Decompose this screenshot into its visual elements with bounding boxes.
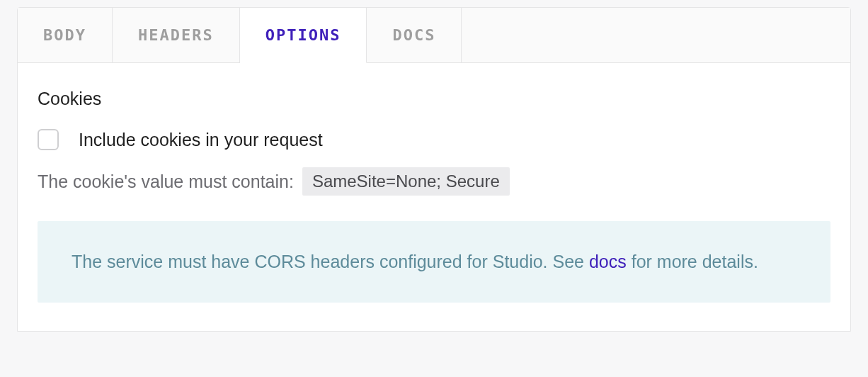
cookie-value-hint: The cookie's value must contain: SameSit…: [38, 167, 830, 196]
cookie-hint-code: SameSite=None; Secure: [302, 167, 510, 196]
tab-body[interactable]: BODY: [18, 8, 113, 62]
include-cookies-row: Include cookies in your request: [38, 129, 830, 150]
cors-info-text-before: The service must have CORS headers confi…: [72, 252, 589, 271]
tab-bar: BODY HEADERS OPTIONS DOCS: [18, 8, 850, 63]
tab-options[interactable]: OPTIONS: [240, 8, 367, 63]
cors-info-text-after: for more details.: [627, 252, 758, 271]
tab-docs[interactable]: DOCS: [367, 8, 462, 62]
include-cookies-label: Include cookies in your request: [79, 130, 323, 150]
options-panel: BODY HEADERS OPTIONS DOCS Cookies Includ…: [17, 7, 851, 332]
include-cookies-checkbox[interactable]: [38, 129, 59, 150]
cors-docs-link[interactable]: docs: [589, 252, 627, 271]
cookie-hint-prefix: The cookie's value must contain:: [38, 171, 294, 192]
tab-headers[interactable]: HEADERS: [113, 8, 240, 62]
options-content: Cookies Include cookies in your request …: [18, 63, 850, 331]
cookies-section-title: Cookies: [38, 89, 830, 109]
cors-info-box: The service must have CORS headers confi…: [38, 221, 830, 303]
